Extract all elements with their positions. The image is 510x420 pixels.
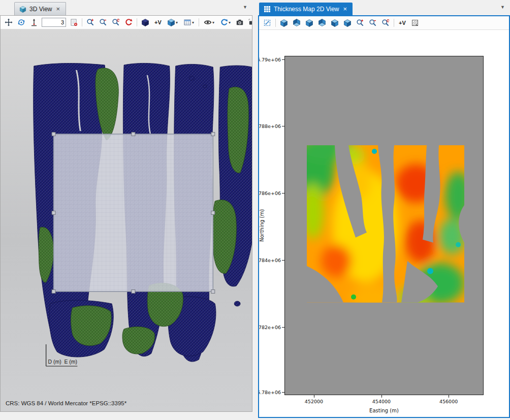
y-tick-label: 6.78e+06 <box>259 389 281 395</box>
view-north-cube-icon <box>305 19 313 27</box>
thickness-heatmap <box>307 145 464 303</box>
view-north-button[interactable] <box>303 17 315 28</box>
panel-3d-view: 3D View × ▼ <box>0 0 252 412</box>
slice-hatch-icon <box>411 19 419 27</box>
grid-map-icon <box>264 6 271 13</box>
rotate-presets-icon <box>220 18 228 26</box>
chevron-down-icon: ▾ <box>176 20 178 25</box>
record-movie-button[interactable] <box>246 17 252 28</box>
view-west-button[interactable] <box>341 17 354 28</box>
zoom-out-button[interactable] <box>97 17 109 28</box>
right-tabbar: Thickness Map 2D View × ▼ <box>258 0 510 15</box>
x-tick-label: 454000 <box>372 399 391 404</box>
zoom-previous-icon <box>381 19 390 27</box>
thickness-heatmap-svg <box>307 145 464 303</box>
zoom-previous-icon <box>112 18 120 26</box>
zoom-in-button[interactable] <box>84 17 97 28</box>
x-tick-mark <box>449 395 449 398</box>
camera-icon <box>236 18 244 26</box>
chevron-down-icon: ▾ <box>229 20 231 25</box>
right-toolbar: +V <box>259 16 509 30</box>
y-tick-label: 6.788e+06 <box>259 123 281 129</box>
tab-3d-view-label: 3D View <box>29 6 52 13</box>
vertical-exaggeration-button[interactable] <box>28 17 40 28</box>
zoom-previous-button[interactable] <box>379 17 392 28</box>
y-tick-label: 6.786e+06 <box>259 190 281 196</box>
orbit-icon <box>17 18 25 26</box>
apply-exaggeration-icon <box>70 18 78 26</box>
view-cube-menu-button[interactable]: ▾ <box>165 17 180 28</box>
tab-3d-view-close-icon[interactable]: × <box>55 7 61 12</box>
view-south-cube-icon <box>318 19 326 27</box>
view-top-cube-icon <box>280 19 288 27</box>
view-south-button[interactable] <box>316 17 328 28</box>
tab-thickness-map-close-icon[interactable]: × <box>342 7 348 12</box>
view-cube-icon <box>167 18 175 26</box>
reset-view-icon <box>124 18 133 26</box>
right-panel-content: +V Northing (m) Easting (m) 6.79e+06 6.7… <box>258 15 510 418</box>
snapshot-button[interactable] <box>234 17 246 28</box>
y-tick-label: 6.784e+06 <box>259 257 281 263</box>
y-tick-label: 6.782e+06 <box>259 325 281 330</box>
x-tick-label: 456000 <box>439 399 458 404</box>
zoom-out-icon <box>99 18 107 26</box>
video-camera-icon <box>248 18 252 26</box>
x-tick-mark <box>314 395 314 398</box>
vertical-exaggeration-icon <box>30 18 38 26</box>
toolbar-separator <box>275 19 276 27</box>
axis-label-d: D (m) <box>48 359 61 365</box>
x-tick-label: 452000 <box>305 399 323 404</box>
view-bottom-cube-icon <box>293 19 301 27</box>
geology-3d-scene: D (m) E (m) <box>1 29 252 411</box>
viewport-3d[interactable]: D (m) E (m) CRS: WGS 84 / World Mercator… <box>1 29 252 411</box>
view-bottom-button[interactable] <box>291 17 303 28</box>
plus-v-icon: +V <box>154 19 162 25</box>
zoom-in-icon <box>356 19 364 27</box>
zoom-out-button[interactable] <box>367 17 379 28</box>
left-toolbar: +V ▾ ▾ <box>1 16 252 29</box>
exaggeration-input[interactable] <box>42 18 66 27</box>
chevron-down-icon: ▾ <box>192 20 194 25</box>
view-top-button[interactable] <box>278 17 290 28</box>
bounding-box-button[interactable] <box>139 17 151 28</box>
reset-view-button[interactable] <box>122 17 135 28</box>
chevron-down-icon: ▾ <box>212 20 214 25</box>
y-tick-mark <box>282 59 284 60</box>
left-panel-content: +V ▾ ▾ <box>0 15 252 412</box>
tab-thickness-map-2d-view[interactable]: Thickness Map 2D View × <box>259 3 353 15</box>
zoom-extents-button[interactable] <box>261 17 273 28</box>
vertical-scale-toggle-button[interactable]: +V <box>152 17 164 28</box>
orbit-view-button[interactable] <box>15 17 27 28</box>
y-axis-title: Northing (m) <box>259 209 265 242</box>
y-tick-mark <box>282 327 284 328</box>
thickness-plot-area[interactable]: Northing (m) Easting (m) 6.79e+06 6.788e… <box>284 56 484 395</box>
left-tab-list-dropdown-icon[interactable]: ▼ <box>243 5 247 10</box>
zoom-in-button[interactable] <box>354 17 366 28</box>
tab-3d-view[interactable]: 3D View × <box>14 2 66 15</box>
pan-view-button[interactable] <box>3 17 15 28</box>
zoom-previous-button[interactable] <box>110 17 122 28</box>
zoom-out-icon <box>369 19 377 27</box>
viewport-2d[interactable]: Northing (m) Easting (m) 6.79e+06 6.788e… <box>259 30 509 417</box>
crs-status-label: CRS: WGS 84 / World Mercator *EPSG::3395… <box>6 400 126 406</box>
panel-thickness-map: Thickness Map 2D View × ▼ <box>258 0 510 418</box>
plus-v-icon: +V <box>399 20 406 26</box>
rotate-presets-menu-button[interactable]: ▾ <box>217 17 233 28</box>
view-east-cube-icon <box>331 19 339 27</box>
right-tab-list-dropdown-icon[interactable]: ▼ <box>500 5 505 10</box>
visibility-menu-button[interactable]: ▾ <box>201 17 217 28</box>
pan-icon <box>5 18 13 26</box>
y-tick-label: 6.79e+06 <box>259 56 281 62</box>
left-tabbar: 3D View × ▼ <box>0 0 252 15</box>
scene-list-menu-button[interactable]: ▾ <box>181 17 197 28</box>
bounding-box-icon <box>141 18 149 26</box>
slicer-plane[interactable] <box>52 133 215 294</box>
edit-slice-button[interactable] <box>409 17 421 28</box>
y-tick-mark <box>282 260 284 261</box>
cube-3d-view-icon <box>19 6 26 13</box>
vertical-scale-toggle-button[interactable]: +V <box>396 17 408 28</box>
apply-exaggeration-button[interactable] <box>68 17 80 28</box>
scene-list-icon <box>183 18 192 26</box>
y-tick-mark <box>282 126 284 126</box>
view-east-button[interactable] <box>329 17 341 28</box>
